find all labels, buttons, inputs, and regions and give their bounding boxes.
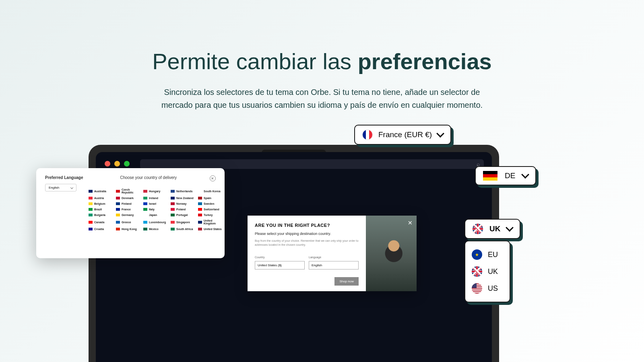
close-button[interactable]: ✕ [210, 175, 216, 181]
flag-icon [171, 214, 175, 216]
country-field-label: Country [255, 256, 265, 259]
country-item[interactable]: Brazil [89, 208, 115, 211]
dropdown-item-eu[interactable]: ★ EU [470, 246, 505, 263]
country-item[interactable]: Luxembourg [143, 219, 170, 225]
country-name: Portugal [176, 214, 188, 216]
country-name: Australia [94, 190, 106, 193]
flag-icon [143, 214, 147, 216]
country-item[interactable]: Ireland [143, 197, 170, 200]
country-name: Austria [94, 197, 104, 200]
country-item[interactable]: Italy [143, 208, 170, 211]
country-name: Poland [176, 208, 186, 211]
country-name: Turkey [204, 214, 213, 216]
uk-selector-label: UK [489, 224, 500, 233]
language-value: English [49, 186, 59, 189]
country-name: Mexico [149, 228, 159, 230]
language-select-input[interactable]: English [309, 261, 359, 269]
country-name: Germany [122, 214, 134, 216]
country-item[interactable]: New Zealand [171, 197, 197, 200]
country-item[interactable]: Hong Kong [116, 228, 142, 230]
country-item[interactable]: Japan [143, 214, 170, 216]
country-item[interactable]: Norway [171, 202, 197, 205]
country-item[interactable]: Czech Republic [116, 188, 142, 194]
germany-market-selector[interactable]: DE [475, 166, 536, 185]
country-item[interactable]: Netherlands [171, 188, 197, 194]
flag-icon [116, 214, 120, 216]
flag-icon [143, 197, 147, 200]
uk-market-selector[interactable]: UK [464, 219, 520, 239]
popup-close-button[interactable]: ✕ [408, 220, 413, 226]
page-subtitle: Sincroniza los selectores de tu tema con… [151, 86, 493, 111]
country-item[interactable]: Israel [143, 202, 170, 205]
maximize-window-icon[interactable] [124, 161, 130, 167]
france-market-selector[interactable]: France (EUR €) [354, 125, 451, 145]
country-name: Belgium [94, 202, 105, 205]
country-name: Japan [149, 214, 157, 216]
country-item[interactable]: Hungary [143, 188, 170, 194]
popup-image: ✕ [366, 216, 417, 291]
country-item[interactable]: Bulgaria [89, 214, 115, 216]
country-item[interactable]: Greece [116, 219, 142, 225]
country-item[interactable]: South Africa [171, 228, 197, 230]
country-item[interactable]: Portugal [171, 214, 197, 216]
country-item[interactable]: Finland [116, 202, 142, 205]
flag-icon [89, 190, 93, 193]
country-name: United Kingdom [204, 219, 225, 225]
country-name: Denmark [122, 197, 134, 200]
france-selector-label: France (EUR €) [378, 130, 432, 139]
country-item[interactable]: Denmark [116, 197, 142, 200]
flag-icon [171, 190, 175, 193]
dropdown-item-uk[interactable]: UK [470, 263, 505, 280]
language-select[interactable]: English [45, 184, 76, 191]
country-name: Finland [122, 202, 132, 205]
country-item[interactable]: Singapore [171, 219, 197, 225]
country-name: New Zealand [176, 197, 194, 200]
language-field-label: Language [309, 256, 321, 259]
flag-icon [198, 214, 202, 216]
country-name: Czech Republic [122, 188, 142, 194]
country-item[interactable]: Turkey [198, 214, 225, 216]
close-icon: ✕ [211, 177, 214, 181]
popup-title: ARE YOU IN THE RIGHT PLACE? [255, 223, 359, 228]
shop-now-button[interactable]: Shop now [334, 277, 359, 286]
country-item[interactable]: Poland [171, 208, 197, 211]
country-item[interactable]: Sweden [198, 202, 225, 205]
minimize-window-icon[interactable] [114, 161, 120, 167]
country-item[interactable]: United States [198, 228, 225, 230]
country-item[interactable]: South Korea [198, 188, 225, 194]
country-item[interactable]: Canada [89, 219, 115, 225]
flag-icon [198, 221, 202, 224]
url-bar[interactable]: ⌕ [140, 159, 484, 169]
country-name: Sweden [204, 202, 214, 205]
flag-icon [89, 208, 93, 211]
chevron-down-icon [70, 186, 73, 189]
country-name: Norway [176, 202, 186, 205]
country-item[interactable]: Switzerland [198, 208, 225, 211]
country-name: South Africa [176, 228, 193, 230]
dropdown-item-us[interactable]: US [470, 280, 505, 297]
country-item[interactable]: Austria [89, 197, 115, 200]
flag-icon [143, 190, 147, 193]
country-item[interactable]: Germany [116, 214, 142, 216]
country-name: United States [204, 228, 222, 230]
window-controls [105, 161, 130, 167]
close-window-icon[interactable] [105, 161, 110, 167]
popup-fineprint: Buy from the country of your choice. Rem… [255, 239, 359, 247]
country-name: Croatia [94, 228, 104, 230]
country-item[interactable]: Belgium [89, 202, 115, 205]
flag-icon [116, 228, 120, 230]
flag-icon [116, 221, 120, 224]
country-item[interactable]: Mexico [143, 228, 170, 230]
country-item[interactable]: United Kingdom [198, 219, 225, 225]
flag-icon [198, 208, 202, 211]
country-item[interactable]: Croatia [89, 228, 115, 230]
flag-icon [116, 208, 120, 211]
title-prefix: Permite cambiar las [152, 49, 357, 74]
us-flag-icon [472, 283, 482, 294]
country-item[interactable]: France [116, 208, 142, 211]
country-item[interactable]: Australia [89, 188, 115, 194]
country-select-input[interactable]: United States ($) [255, 261, 305, 269]
country-item[interactable]: Spain [198, 197, 225, 200]
country-name: Bulgaria [94, 214, 105, 216]
flag-icon [171, 208, 175, 211]
